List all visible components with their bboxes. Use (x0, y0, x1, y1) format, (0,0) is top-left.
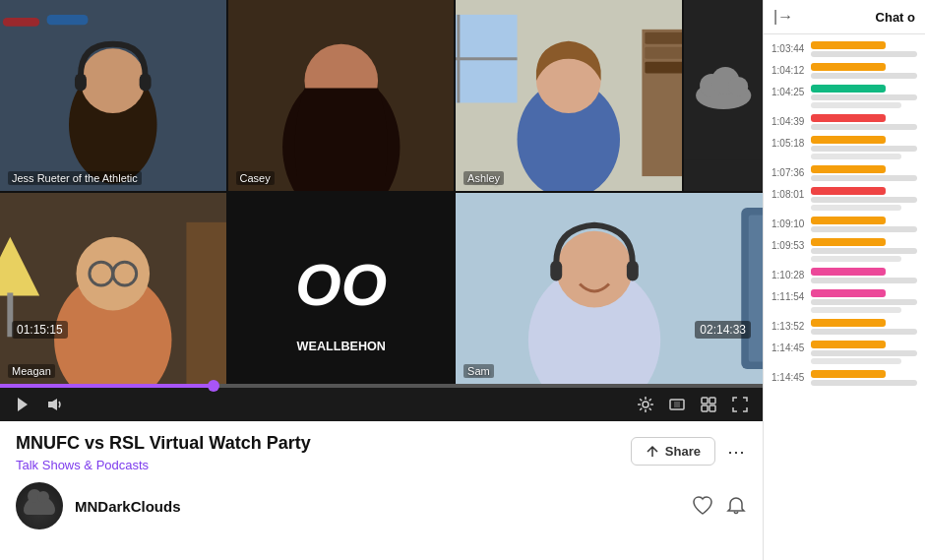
participant-label-ashley: Ashley (463, 171, 504, 185)
chat-message-bar-2 (811, 358, 901, 364)
chat-timestamp: 1:14:45 (771, 370, 807, 383)
svg-point-49 (643, 402, 648, 407)
progress-dot (208, 380, 219, 392)
notify-button[interactable] (725, 495, 747, 517)
chat-timestamp: 1:04:12 (771, 63, 807, 76)
svg-rect-45 (550, 261, 562, 281)
settings-button[interactable] (635, 394, 656, 415)
chat-message-bar (811, 226, 917, 232)
controls-row (0, 388, 763, 421)
chat-item: 1:04:12 (764, 60, 925, 82)
chat-timestamp: 1:04:25 (771, 85, 807, 97)
chat-item: 1:05:18 (764, 133, 925, 162)
video-category[interactable]: Talk Shows & Podcasts (16, 458, 311, 472)
theatre-button[interactable] (666, 394, 688, 415)
svg-rect-14 (645, 47, 681, 59)
chat-username-bar (811, 268, 886, 276)
svg-rect-13 (645, 32, 681, 44)
video-controls-bar (0, 384, 763, 421)
play-button[interactable] (12, 394, 33, 415)
chat-message-bar (811, 197, 917, 203)
channel-avatar[interactable] (16, 482, 63, 529)
controls-right (635, 394, 751, 415)
chat-item: 1:10:28 (764, 265, 925, 286)
chat-content (811, 187, 917, 211)
participant-label-meagan: Meagan (8, 364, 55, 378)
chat-item: 1:03:44 (764, 38, 925, 60)
svg-rect-51 (674, 402, 680, 407)
svg-rect-40 (749, 215, 763, 361)
chat-username-bar (811, 63, 886, 71)
chat-content (811, 268, 917, 283)
chat-username-bar (811, 289, 886, 297)
progress-bar[interactable] (0, 384, 763, 388)
time-total: 02:14:33 (695, 321, 751, 339)
svg-point-44 (556, 231, 633, 308)
chat-message-bar (811, 329, 917, 335)
like-button[interactable] (692, 495, 713, 517)
chat-message-bar-2 (811, 307, 901, 313)
chat-timestamp: 1:04:39 (771, 114, 807, 127)
right-panel: |→ Chat o 1:03:441:04:121:04:251:04:391:… (763, 0, 925, 560)
channel-name[interactable]: MNDarkClouds (75, 498, 181, 515)
time-current: 01:15:15 (12, 321, 68, 339)
chat-message-bar (811, 73, 917, 79)
progress-fill (0, 384, 214, 388)
chat-content (811, 165, 917, 181)
channel-actions (692, 495, 747, 517)
chat-username-bar (811, 165, 886, 173)
chat-message-bar (811, 51, 917, 57)
participant-label-sam: Sam (463, 364, 494, 378)
chat-username-bar (811, 41, 886, 49)
more-options-button[interactable]: ⋯ (725, 439, 747, 465)
volume-button[interactable] (43, 394, 65, 415)
chat-timestamp: 1:10:28 (771, 268, 807, 280)
chat-username-bar (811, 341, 886, 348)
svg-rect-46 (627, 261, 639, 281)
chat-username-bar (811, 187, 886, 195)
svg-rect-15 (645, 62, 681, 74)
chat-list: 1:03:441:04:121:04:251:04:391:05:181:07:… (764, 34, 925, 560)
video-grid: Jess Rueter of the Athletic Casey (0, 0, 763, 384)
chat-item: 1:08:01 (764, 184, 925, 214)
svg-rect-54 (702, 405, 708, 411)
chat-content (811, 136, 917, 159)
chat-header: |→ Chat o (764, 0, 925, 34)
chat-username-bar (811, 136, 886, 144)
chat-content (811, 41, 917, 57)
chat-username-bar (811, 85, 886, 93)
video-container[interactable]: Jess Rueter of the Athletic Casey (0, 0, 763, 384)
svg-rect-7 (140, 74, 152, 92)
chat-message-bar (811, 380, 917, 386)
fullscreen-button[interactable] (729, 394, 751, 415)
svg-rect-2 (3, 18, 39, 27)
layout-button[interactable] (698, 394, 719, 415)
chat-timestamp: 1:03:44 (771, 41, 807, 54)
chat-item: 1:04:25 (764, 82, 925, 111)
svg-rect-29 (186, 222, 225, 384)
chat-item: 1:14:45 (764, 367, 925, 389)
chat-message-bar (811, 146, 917, 152)
share-button[interactable]: Share (631, 437, 715, 466)
chat-timestamp: 1:05:18 (771, 136, 807, 149)
chat-content (811, 238, 917, 262)
chat-item: 1:13:52 (764, 316, 925, 338)
svg-text:OO: OO (295, 252, 387, 318)
video-cell-logo (684, 0, 763, 191)
chat-message-bar (811, 124, 917, 130)
chat-content (811, 341, 917, 364)
video-cell-casey: Casey (228, 0, 455, 191)
participant-label-casey: Casey (236, 171, 275, 185)
chat-back-button[interactable]: |→ (773, 8, 793, 26)
chat-item: 1:14:45 (764, 338, 925, 367)
video-cell-meagan: Meagan (0, 193, 226, 384)
video-cell-jess: Jess Rueter of the Athletic (0, 0, 226, 191)
chat-username-bar (811, 238, 886, 246)
chat-timestamp: 1:13:52 (771, 319, 807, 332)
chat-message-bar (811, 248, 917, 254)
video-cell-ashley: Ashley (456, 0, 682, 191)
svg-rect-53 (709, 398, 715, 404)
chat-content (811, 85, 917, 108)
chat-content (811, 289, 917, 313)
svg-text:WEALLBEHON: WEALLBEHON (296, 340, 385, 353)
